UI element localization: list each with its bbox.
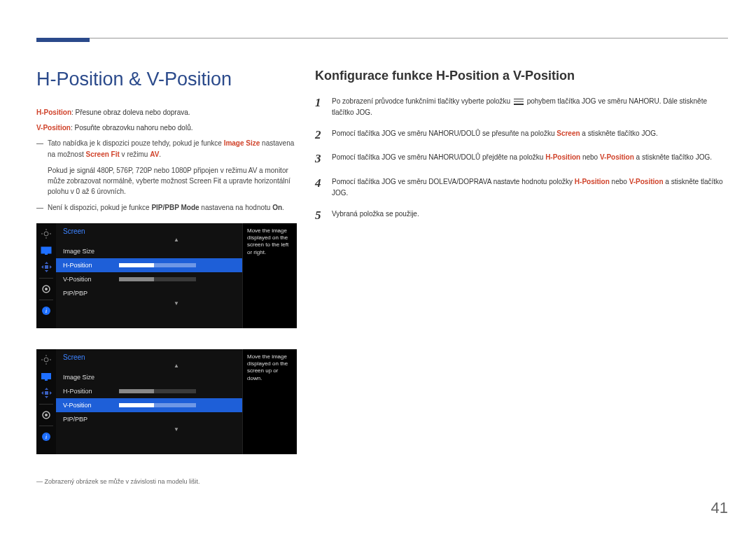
screen-icon xyxy=(40,244,52,257)
gear-icon xyxy=(40,409,52,421)
definition-v: V-Position: Posuňte obrazovku nahoru neb… xyxy=(36,122,301,134)
svg-rect-6 xyxy=(45,253,48,255)
brightness-icon xyxy=(40,353,52,366)
note-1: Tato nabídka je k dispozici pouze tehdy,… xyxy=(36,138,301,160)
step-text: Pomocí tlačítka JOG ve směru DOLEVA/DOPR… xyxy=(332,176,728,199)
step-number: 5 xyxy=(315,209,332,223)
osd-sidebar: i xyxy=(36,349,56,454)
svg-marker-11 xyxy=(50,265,52,269)
note-1-sub: Pokud je signál 480P, 576P, 720P nebo 10… xyxy=(36,165,301,197)
svg-rect-5 xyxy=(41,247,51,253)
step-number: 4 xyxy=(315,176,332,199)
definition-h: H-Position: Přesune obraz doleva nebo do… xyxy=(36,107,301,118)
brightness-icon xyxy=(40,227,52,240)
step-text: Vybraná položka se použije. xyxy=(332,209,728,223)
screen-icon xyxy=(40,370,52,383)
page-title: H-Position & V-Position xyxy=(36,69,301,90)
svg-point-29 xyxy=(45,414,48,416)
footnote: Zobrazený obrázek se může v závislosti n… xyxy=(36,478,200,485)
step-2: 2 Pomocí tlačítka JOG ve směru NAHORU/DO… xyxy=(315,128,728,142)
page-number: 41 xyxy=(711,499,728,517)
h-position-term: H-Position xyxy=(36,108,71,116)
svg-rect-7 xyxy=(45,265,48,269)
svg-rect-21 xyxy=(41,373,51,379)
step-5: 5 Vybraná položka se použije. xyxy=(315,209,728,223)
step-number: 3 xyxy=(315,152,332,166)
gear-icon xyxy=(40,283,52,295)
osd-main-panel: Screen ▲ Image Size Screen Fit H-Positio… xyxy=(56,223,297,328)
svg-point-0 xyxy=(44,232,48,236)
accent-block xyxy=(36,38,90,42)
osd-screenshot-v: i Screen ▲ Image Size Screen Fit H-Posit… xyxy=(36,349,297,454)
step-text: Pomocí tlačítka JOG ve směru NAHORU/DOLŮ… xyxy=(332,128,728,142)
v-position-term: V-Position xyxy=(36,124,71,132)
osd-screenshot-h: i Screen ▲ Image Size Screen Fit H-Posit… xyxy=(36,223,297,328)
svg-marker-10 xyxy=(41,265,43,269)
svg-point-13 xyxy=(45,288,48,290)
osd-main-panel: Screen ▲ Image Size Screen Fit H-Positio… xyxy=(56,349,297,454)
info-icon: i xyxy=(40,304,52,317)
step-number: 1 xyxy=(315,96,332,118)
svg-marker-25 xyxy=(45,396,48,398)
step-3: 3 Pomocí tlačítka JOG ve směru NAHORU/DO… xyxy=(315,152,728,166)
nav-icon xyxy=(40,387,52,400)
svg-marker-8 xyxy=(45,262,48,264)
step-1: 1 Po zobrazení průvodce funkčními tlačít… xyxy=(315,96,728,118)
svg-rect-22 xyxy=(45,379,48,381)
step-text: Po zobrazení průvodce funkčními tlačítky… xyxy=(332,96,728,118)
section-title: Konfigurace funkce H-Position a V-Positi… xyxy=(315,69,728,83)
step-4: 4 Pomocí tlačítka JOG ve směru DOLEVA/DO… xyxy=(315,176,728,199)
note-2: Není k dispozici, pokud je funkce PIP/PB… xyxy=(36,202,301,213)
svg-rect-23 xyxy=(45,391,48,395)
osd-tooltip: Move the image displayed on the screen u… xyxy=(242,349,297,454)
svg-marker-26 xyxy=(41,391,43,395)
info-icon: i xyxy=(40,430,52,443)
svg-marker-27 xyxy=(50,391,52,395)
top-rule xyxy=(36,38,728,38)
svg-marker-9 xyxy=(45,270,48,272)
osd-tooltip: Move the image displayed on the screen t… xyxy=(242,223,297,328)
svg-point-16 xyxy=(44,358,48,362)
svg-marker-24 xyxy=(45,388,48,390)
step-number: 2 xyxy=(315,128,332,142)
menu-icon xyxy=(514,99,524,105)
left-column: H-Position & V-Position H-Position: Přes… xyxy=(36,69,301,475)
right-column: Konfigurace funkce H-Position a V-Positi… xyxy=(315,69,728,232)
osd-sidebar: i xyxy=(36,223,56,328)
nav-icon xyxy=(40,261,52,274)
step-text: Pomocí tlačítka JOG ve směru NAHORU/DOLŮ… xyxy=(332,152,728,166)
